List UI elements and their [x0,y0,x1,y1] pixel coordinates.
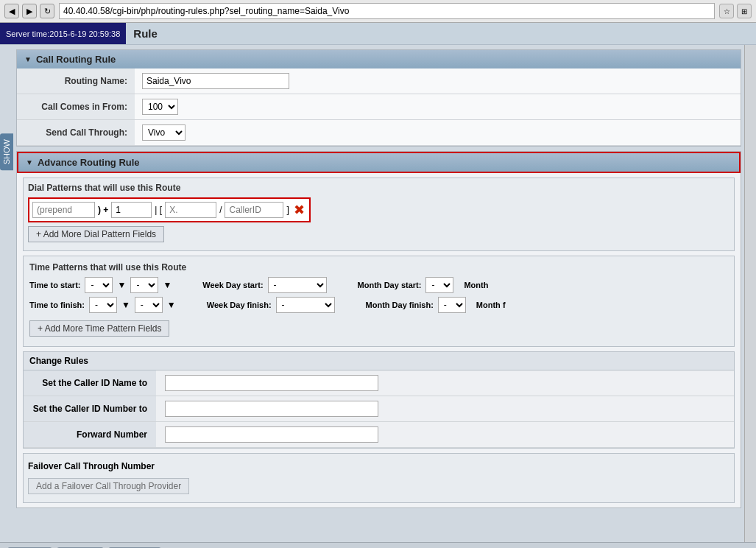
call-comes-in-value-cell: 100 200 300 [135,94,741,120]
triangle-icon: ▼ [24,55,32,63]
time-start-row: Time to start: -01 ▼ -030 ▼ Week Day sta… [29,277,728,293]
month-start-select[interactable]: -12 [425,277,453,293]
time-patterns-title: Time Patterns that will use this Route [29,262,728,273]
forward-number-label: Forward Number [24,422,156,448]
show-tab[interactable]: SHOW [0,133,13,170]
dial-patterns-section: Dial Patterns that will use this Route )… [23,178,735,251]
change-rules-section: Change Rules Set the Caller ID Name to S… [23,351,735,449]
time-start-min-select[interactable]: -030 [130,277,158,293]
call-comes-in-row: Call Comes in From: 100 200 300 [17,94,741,120]
dial-pattern-row: ) + | [ / ] ✖ [28,197,311,222]
browser-icons: ☆ ⊞ [719,4,752,18]
time-finish-hour-select[interactable]: -01 [89,297,117,313]
advance-triangle-icon: ▼ [26,158,33,166]
call-routing-rule-title: Call Routing Rule [36,54,116,65]
server-time-text: Server time:2015-6-19 20:59:38 [6,29,120,38]
prepend-input[interactable] [32,202,95,218]
routing-name-value-cell [135,68,741,94]
forward-number-value [156,422,734,448]
forward-number-row: Forward Number [24,422,734,448]
time-finish-row: Time to finish: -01 ▼ -030 ▼ Week Day fi… [29,297,728,313]
advance-routing-rule-header: ▼ Advance Routing Rule [17,152,741,173]
routing-name-label: Routing Name: [17,68,135,94]
close-bracket: ] [285,205,290,215]
forward-button[interactable]: ▶ [22,4,37,18]
routing-name-row: Routing Name: [17,68,741,94]
add-time-pattern-button[interactable]: + Add More Time Pattern Fields [29,320,169,337]
call-routing-rule-header: ▼ Call Routing Rule [17,50,741,68]
week-finish-select[interactable]: -MonTueWedThuFriSatSun [276,297,335,313]
call-routing-form: Routing Name: Call Comes in From: 100 20… [17,68,741,146]
send-call-label: Send Call Through: [17,120,135,146]
url-bar[interactable] [59,3,715,19]
caller-id-name-label: Set the Caller ID Name to [24,370,156,396]
grid-button[interactable]: ⊞ [737,4,752,18]
caller-id-number-input[interactable] [165,401,378,417]
week-finish-label: Week Day finish: [207,301,272,309]
time-start-label: Time to start: [29,281,80,289]
dial-patterns-title: Dial Patterns that will use this Route [28,183,729,193]
call-comes-in-label: Call Comes in From: [17,94,135,120]
month-finish-select[interactable]: -12 [438,297,466,313]
scrollbar[interactable] [744,45,756,542]
advance-routing-rule-title: Advance Routing Rule [38,157,140,168]
caller-id-name-input[interactable] [165,375,378,391]
change-rules-table: Set the Caller ID Name to Set the Caller… [24,370,734,448]
prefix-input[interactable] [111,202,152,218]
month-label: Month [464,281,488,289]
back-button[interactable]: ◀ [4,4,19,18]
time-finish-min-select[interactable]: -030 [135,297,163,313]
caller-id-number-row: Set the Caller ID Number to [24,396,734,422]
change-rules-title: Change Rules [24,352,734,370]
bottom-bar: Save Apply Cancel ✕ [0,542,756,548]
failover-section: Failover Call Through Number Add a Failo… [23,453,735,503]
server-time-bar: Server time:2015-6-19 20:59:38 [0,23,126,44]
forward-number-input[interactable] [165,426,378,443]
pipe-label: | [ [153,205,163,215]
failover-title: Failover Call Through Number [28,458,729,474]
page-title: Rule [126,23,756,44]
send-call-row: Send Call Through: Vivo Other [17,120,741,146]
advance-routing-rule-panel: ▼ Advance Routing Rule Dial Patterns tha… [16,151,741,508]
callerid-input[interactable] [225,202,283,218]
slash-label: / [218,205,223,215]
nav-controls: ◀ ▶ ↻ [4,4,54,18]
time-start-hour-select[interactable]: -01 [85,277,113,293]
caller-id-number-value [156,396,734,422]
month-finish-label: Month Day finish: [366,301,434,309]
time-finish-label: Time to finish: [29,301,85,309]
remove-pattern-button[interactable]: ✖ [292,202,306,218]
caller-id-number-label: Set the Caller ID Number to [24,396,156,422]
call-comes-in-select[interactable]: 100 200 300 [142,99,178,115]
week-start-label: Week Day start: [202,281,263,289]
refresh-button[interactable]: ↻ [40,4,54,18]
plus-label: ) + [96,205,110,215]
caller-id-name-value [156,370,734,396]
time-patterns-section: Time Patterns that will use this Route T… [23,256,735,347]
week-start-select[interactable]: -MonTueWedThuFriSatSun [268,277,327,293]
match-input[interactable] [165,202,216,218]
call-routing-rule-panel: ▼ Call Routing Rule Routing Name: Call C… [16,49,741,147]
month-f-label: Month f [476,301,506,309]
send-call-select[interactable]: Vivo Other [142,124,186,141]
month-start-label: Month Day start: [358,281,422,289]
spacer [13,513,744,542]
send-call-value-cell: Vivo Other [135,120,741,146]
browser-bar: ◀ ▶ ↻ ☆ ⊞ [0,0,756,23]
bookmark-star-button[interactable]: ☆ [719,4,734,18]
remove-x-icon: ✖ [294,203,305,217]
add-failover-button[interactable]: Add a Failover Call Through Provider [28,478,189,494]
add-dial-pattern-button[interactable]: + Add More Dial Pattern Fields [28,226,164,242]
caller-id-name-row: Set the Caller ID Name to [24,370,734,396]
routing-name-input[interactable] [142,73,289,89]
